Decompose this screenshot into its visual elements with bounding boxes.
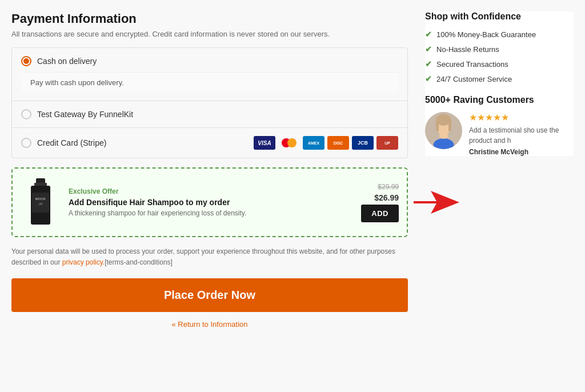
- confidence-item-0: ✔ 100% Money-Back Guarantee: [425, 30, 574, 39]
- svg-text:UP: UP: [39, 202, 43, 206]
- confidence-label-3: 24/7 Customer Service: [436, 75, 512, 83]
- mastercard-icon: [278, 136, 300, 150]
- testimonial-text: Add a testimonial sho use the product an…: [469, 125, 574, 146]
- confidence-label-0: 100% Money-Back Guarantee: [436, 30, 536, 39]
- sidebar-box: Shop with Confidence ✔ 100% Money-Back G…: [425, 11, 574, 156]
- unionpay-icon: UP: [376, 136, 398, 150]
- check-icon-1: ✔: [425, 45, 432, 54]
- confidence-item-2: ✔ Secured Transactions: [425, 59, 574, 69]
- svg-text:MOCK: MOCK: [35, 197, 46, 201]
- place-order-button[interactable]: Place Order Now: [11, 278, 408, 312]
- offer-tag: Exclusive Offer: [69, 187, 353, 195]
- offer-arrow-wrapper: MOCK UP Exclusive Offer Add Densifique H…: [11, 167, 408, 237]
- security-subtitle: All transactions are secure and encrypte…: [11, 30, 408, 38]
- offer-title: Add Densifique Hair Shampoo to my order: [69, 198, 353, 207]
- sidebar: Shop with Confidence ✔ 100% Money-Back G…: [425, 11, 574, 329]
- return-to-information-link[interactable]: « Return to Information: [11, 320, 408, 329]
- customers-title: 5000+ Raving Customers: [425, 95, 574, 105]
- radio-cash[interactable]: [21, 56, 31, 66]
- svg-rect-12: [448, 120, 451, 131]
- payment-label-test: Test Gateway By FunnelKit: [37, 110, 133, 119]
- jcb-icon: JCB: [352, 136, 374, 150]
- exclusive-offer-box: MOCK UP Exclusive Offer Add Densifique H…: [11, 167, 408, 237]
- payment-label-cash: Cash on delivery: [37, 57, 97, 66]
- confidence-item-3: ✔ 24/7 Customer Service: [425, 74, 574, 83]
- offer-price-section: $29.99 $26.99 ADD: [361, 183, 399, 222]
- offer-price-current: $26.99: [374, 193, 399, 202]
- payment-option-header-test: Test Gateway By FunnelKit: [21, 109, 398, 119]
- offer-price-original: $29.99: [378, 183, 399, 191]
- visa-icon: VISA: [254, 136, 275, 150]
- confidence-label-2: Secured Transactions: [436, 60, 508, 69]
- page-title: Payment Information: [11, 11, 408, 26]
- avatar: [425, 112, 462, 149]
- offer-product-image: MOCK UP: [21, 177, 61, 228]
- add-to-order-button[interactable]: ADD: [361, 205, 399, 222]
- svg-rect-1: [34, 183, 47, 186]
- terms-text: [terms-and-conditions]: [105, 258, 173, 266]
- testimonial-author: Christine McVeigh: [469, 148, 574, 156]
- payment-description-cash: Pay with cash upon delivery.: [21, 72, 398, 93]
- payment-options-container: Cash on delivery Pay with cash upon deli…: [11, 47, 408, 158]
- radio-test[interactable]: [21, 109, 31, 119]
- discover-icon: DISC: [327, 136, 349, 150]
- svg-point-14: [439, 133, 448, 139]
- offer-description: A thickening shampoo for hair experienci…: [69, 209, 353, 217]
- radio-cash-inner: [23, 58, 29, 64]
- radio-stripe[interactable]: [21, 138, 31, 148]
- check-icon-2: ✔: [425, 59, 432, 69]
- confidence-title: Shop with Confidence: [425, 11, 574, 22]
- red-arrow-icon: [414, 191, 459, 214]
- offer-content: Exclusive Offer Add Densifique Hair Sham…: [69, 187, 353, 217]
- avatar-svg: [425, 112, 462, 149]
- confidence-list: ✔ 100% Money-Back Guarantee ✔ No-Hassle …: [425, 30, 574, 83]
- privacy-text: Your personal data will be used to proce…: [11, 246, 408, 268]
- confidence-item-1: ✔ No-Hassle Returns: [425, 45, 574, 54]
- payment-option-header-stripe: Credit Card (Stripe) VISA AMEX DISC JCB: [21, 136, 398, 150]
- card-icons: VISA AMEX DISC JCB UP: [254, 136, 398, 150]
- testimonial-stars: ★★★★★: [469, 112, 574, 123]
- confidence-label-1: No-Hassle Returns: [436, 45, 499, 54]
- payment-option-cash[interactable]: Cash on delivery Pay with cash upon deli…: [12, 48, 407, 101]
- check-icon-0: ✔: [425, 30, 432, 39]
- bottle-svg: MOCK UP: [26, 178, 55, 227]
- svg-rect-11: [436, 120, 439, 131]
- payment-option-stripe[interactable]: Credit Card (Stripe) VISA AMEX DISC JCB: [12, 128, 407, 158]
- payment-option-test[interactable]: Test Gateway By FunnelKit: [12, 101, 407, 128]
- svg-marker-6: [414, 191, 459, 214]
- privacy-policy-link[interactable]: privacy policy.: [62, 258, 105, 266]
- payment-label-stripe: Credit Card (Stripe): [37, 138, 106, 147]
- customers-section: 5000+ Raving Customers: [425, 95, 574, 156]
- testimonial-content: ★★★★★ Add a testimonial sho use the prod…: [469, 112, 574, 156]
- main-content: Payment Information All transactions are…: [11, 11, 408, 329]
- check-icon-3: ✔: [425, 74, 432, 83]
- payment-option-header-cash: Cash on delivery: [21, 56, 398, 66]
- amex-icon: AMEX: [303, 136, 324, 150]
- testimonial: ★★★★★ Add a testimonial sho use the prod…: [425, 112, 574, 156]
